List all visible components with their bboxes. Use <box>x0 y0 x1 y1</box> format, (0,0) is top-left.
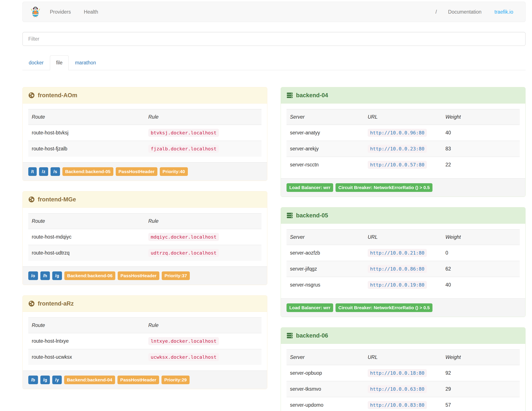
backend-tag-badge: Circuit Breaker: NetworkErrorRatio () > … <box>335 303 432 312</box>
backend-panel: backend-04 Server URL Weight server-anat… <box>281 87 525 197</box>
rule-code: fjzalb.docker.localhost <box>148 145 219 153</box>
nav-link-health[interactable]: Health <box>77 9 104 15</box>
tab-docker[interactable]: docker <box>22 55 50 70</box>
column-header-server: Server <box>286 229 364 245</box>
server-url-link[interactable]: http://10.0.0.63:80 <box>368 385 427 393</box>
route-row: route-host-mdqiyc mdqiyc.docker.localhos… <box>28 229 261 245</box>
nav-link-traefik-io[interactable]: traefik.io <box>488 9 520 15</box>
navbar-right: / Documentation traefik.io <box>431 9 520 15</box>
frontend-panel: frontend-AOm Route Rule route-host-btvks… <box>22 87 267 181</box>
server-weight: 62 <box>446 266 451 272</box>
column-header-rule: Rule <box>145 318 261 333</box>
backends-column: backend-04 Server URL Weight server-anat… <box>281 87 525 411</box>
frontend-title: frontend-MGe <box>38 196 76 203</box>
backend-panel-header: backend-05 <box>281 207 525 224</box>
server-weight: 22 <box>446 162 451 167</box>
entrypoint-badge: /y <box>52 376 62 384</box>
servers-table-header-row: Server URL Weight <box>286 350 520 365</box>
server-name: server-anatyy <box>290 130 320 136</box>
tab-file[interactable]: file <box>50 55 69 70</box>
column-header-route: Route <box>28 109 145 125</box>
server-url-link[interactable]: http://10.0.0.19:80 <box>368 281 427 289</box>
servers-table: Server URL Weight server-opbuop http://1… <box>286 349 520 411</box>
route-row: route-host-lntxye lntxye.docker.localhos… <box>28 333 261 349</box>
column-header-rule: Rule <box>145 109 261 125</box>
tab-marathon[interactable]: marathon <box>69 55 102 70</box>
entrypoint-badge: /b <box>28 376 38 384</box>
server-name: server-nsgrus <box>290 282 320 288</box>
routes-table-header-row: Route Rule <box>28 318 261 333</box>
frontend-tag-badge: PassHostHeader <box>117 376 159 384</box>
server-url-link[interactable]: http://10.0.0.23:80 <box>368 145 427 153</box>
navbar: Providers Health / Documentation traefik… <box>22 2 525 22</box>
server-weight: 57 <box>446 402 451 408</box>
route-name: route-host-btvksj <box>32 130 68 136</box>
backend-tag-badge: Load Balancer: wrr <box>286 183 333 192</box>
filter-bar <box>22 32 525 46</box>
filter-input[interactable] <box>22 32 525 46</box>
server-weight: 29 <box>446 386 451 392</box>
server-url-link[interactable]: http://10.0.0.21:80 <box>368 249 427 257</box>
route-row: route-host-ucwksx ucwksx.docker.localhos… <box>28 349 261 365</box>
entrypoint-badge: /g <box>52 271 62 280</box>
entrypoint-badge: /z <box>39 167 48 176</box>
column-header-weight: Weight <box>442 350 520 365</box>
server-url-link[interactable]: http://10.0.0.96:80 <box>368 129 427 137</box>
rule-code: lntxye.docker.localhost <box>148 337 219 345</box>
backend-panel-body: Server URL Weight server-opbuop http://1… <box>281 344 525 411</box>
route-name: route-host-mdqiyc <box>32 234 71 240</box>
entrypoint-badge: /h <box>40 271 50 280</box>
frontends-column: frontend-AOm Route Rule route-host-btvks… <box>22 87 267 400</box>
column-header-server: Server <box>286 350 364 365</box>
server-url-link[interactable]: http://10.0.0.86:80 <box>368 265 427 273</box>
navbar-left: Providers Health <box>28 6 105 18</box>
frontend-panel-footer: /t/z/sBackend:backend-05PassHostHeaderPr… <box>23 162 267 181</box>
server-url-link[interactable]: http://10.0.0.18:80 <box>368 369 427 377</box>
entrypoint-badge: /o <box>28 271 38 280</box>
frontend-tag-badge: Backend:backend-06 <box>64 271 115 280</box>
server-row: server-aozfzb http://10.0.0.21:80 0 <box>286 245 520 261</box>
entrypoint-badge: /t <box>28 167 37 176</box>
globe-icon <box>28 300 35 307</box>
server-weight: 40 <box>446 282 451 288</box>
globe-icon <box>28 92 35 98</box>
rule-code: btvksj.docker.localhost <box>148 129 219 137</box>
column-header-route: Route <box>28 214 145 229</box>
route-name: route-host-ucwksx <box>32 354 72 360</box>
column-header-url: URL <box>364 350 442 365</box>
server-row: server-tksmvo http://10.0.0.63:80 29 <box>286 381 520 397</box>
server-name: server-updomo <box>290 402 323 408</box>
server-url-link[interactable]: http://10.0.0.57:80 <box>368 161 427 169</box>
provider-tabs: docker file marathon <box>22 55 525 70</box>
route-name: route-host-udtrzq <box>32 250 69 256</box>
column-header-url: URL <box>364 109 442 125</box>
nav-link-root[interactable]: / <box>431 9 442 15</box>
server-name: server-opbuop <box>290 370 322 376</box>
page-container: Providers Health / Documentation traefik… <box>22 2 525 411</box>
server-name: server-jifqgz <box>290 266 317 272</box>
server-weight: 83 <box>446 146 451 151</box>
traefik-logo-icon[interactable] <box>28 6 43 18</box>
frontend-tag-badge: Priority:37 <box>162 271 190 280</box>
server-url-link[interactable]: http://10.0.0.83:80 <box>368 401 427 409</box>
rule-code: ucwksx.docker.localhost <box>148 353 219 361</box>
globe-icon <box>28 196 35 203</box>
servers-table: Server URL Weight server-anatyy http://1… <box>286 109 520 173</box>
nav-link-documentation[interactable]: Documentation <box>442 9 488 15</box>
route-row: route-host-fjzalb fjzalb.docker.localhos… <box>28 141 261 157</box>
route-name: route-host-fjzalb <box>32 146 67 151</box>
server-name: server-aozfzb <box>290 250 320 256</box>
backend-title: backend-06 <box>296 332 328 339</box>
backend-tag-badge: Circuit Breaker: NetworkErrorRatio () > … <box>335 183 432 192</box>
backend-tag-badge: Load Balancer: wrr <box>286 303 333 312</box>
frontend-panel: frontend-aRz Route Rule route-host-lntxy… <box>22 295 267 389</box>
routes-table-header-row: Route Rule <box>28 109 261 125</box>
content-columns: frontend-AOm Route Rule route-host-btvks… <box>22 87 525 411</box>
nav-link-providers[interactable]: Providers <box>43 9 77 15</box>
backend-panel: backend-05 Server URL Weight server-aozf… <box>281 207 525 317</box>
frontend-tag-badge: PassHostHeader <box>118 271 159 280</box>
server-name: server-arekjy <box>290 146 319 151</box>
routes-table-header-row: Route Rule <box>28 214 261 229</box>
server-row: server-jifqgz http://10.0.0.86:80 62 <box>286 261 520 277</box>
frontend-panel-body: Route Rule route-host-lntxye lntxye.dock… <box>23 312 267 371</box>
